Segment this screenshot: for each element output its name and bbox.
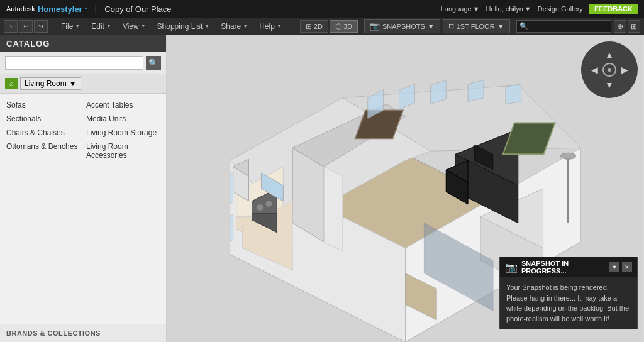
- catalog-item-media[interactable]: Media Units: [86, 113, 160, 125]
- snapshot-camera-icon: 📷: [505, 262, 518, 273]
- snapshots-btn[interactable]: 📷 SNAPSHOTS ▼: [364, 19, 440, 33]
- nav-overlay: ▲ ◀ ▶ ▼: [581, 41, 638, 98]
- top-bar-right: Language ▼ Hello, chilyn ▼ Design Galler…: [441, 4, 638, 14]
- snapshot-close-btn[interactable]: ✕: [622, 262, 632, 272]
- nav-arrows: ▲ ◀ ▶ ▼: [587, 47, 632, 92]
- catalog-item-chairs[interactable]: Chairs & Chaises: [6, 126, 80, 139]
- snapshot-title: SNAPSHOT IN PROGRESS...: [521, 260, 609, 275]
- view-toggle: ⊞ 2D ⬡ 3D: [300, 20, 358, 33]
- zoom-full-btn[interactable]: ⊞: [628, 20, 640, 33]
- logo-area: Autodesk Homestyler *: [6, 4, 87, 14]
- nav-up-btn[interactable]: ▲: [602, 47, 617, 62]
- view-2d-btn[interactable]: ⊞ 2D: [300, 20, 328, 33]
- nav-center-indicator: [602, 63, 616, 77]
- brands-section: BRANDS & COLLECTIONS: [0, 324, 166, 342]
- separator-2: [291, 21, 291, 32]
- search-bar: 🔍: [516, 20, 611, 33]
- catalog-search-area: 🔍: [0, 52, 166, 74]
- nav-right-btn[interactable]: ▶: [617, 62, 632, 77]
- svg-point-14: [257, 204, 263, 211]
- feedback-button[interactable]: FEEDBACK: [589, 4, 638, 14]
- main-layout: CATALOG 🔍 ⌂ Living Room ▼ Sofas Accent T…: [0, 35, 644, 342]
- user-menu[interactable]: Hello, chilyn ▼: [486, 5, 531, 13]
- snapshot-popup: 📷 SNAPSHOT IN PROGRESS... ▼ ✕ Your Snaps…: [499, 256, 638, 329]
- separator-1: [52, 21, 52, 32]
- nav-circle: ▲ ◀ ▶ ▼: [581, 41, 638, 98]
- search-area: 🔍 ⊕ ⊞: [516, 20, 640, 33]
- logo-divider: |: [94, 3, 97, 14]
- catalog-item-accent[interactable]: Accent Tables: [86, 99, 160, 111]
- top-bar: Autodesk Homestyler * | Copy of Our Plac…: [0, 0, 644, 18]
- undo-btn[interactable]: ↩: [19, 20, 33, 33]
- room-dropdown-arrow: ▼: [69, 79, 77, 88]
- catalog-search-button[interactable]: 🔍: [146, 56, 161, 70]
- view-menu[interactable]: View▼: [118, 18, 151, 35]
- catalog-item-sectionals[interactable]: Sectionals: [6, 113, 80, 125]
- catalog-item-storage[interactable]: Living Room Storage: [86, 126, 160, 139]
- nav-empty-tr: [617, 47, 632, 62]
- room-selector: ⌂ Living Room ▼: [0, 74, 166, 94]
- catalog-label: CATALOG: [6, 39, 50, 48]
- snapshot-popup-controls: ▼ ✕: [609, 262, 632, 272]
- svg-marker-39: [324, 167, 343, 251]
- snapshot-popup-header: 📷 SNAPSHOT IN PROGRESS... ▼ ✕: [500, 257, 637, 277]
- brands-label: BRANDS & COLLECTIONS: [6, 329, 101, 337]
- svg-point-37: [560, 153, 575, 159]
- catalog-header: CATALOG: [0, 35, 166, 52]
- camera-icon: 📷: [370, 21, 380, 31]
- snapshot-popup-body: Your Snapshot is being rendered. Please …: [500, 277, 637, 329]
- svg-marker-32: [468, 80, 484, 102]
- sidebar: CATALOG 🔍 ⌂ Living Room ▼ Sofas Accent T…: [0, 35, 167, 342]
- toolbar-search-input[interactable]: [531, 23, 611, 30]
- logo-autodesk: Autodesk: [6, 5, 35, 13]
- nav-down-btn[interactable]: ▼: [602, 77, 617, 92]
- nav-empty-br: [617, 77, 632, 92]
- snapshot-popup-header-left: 📷 SNAPSHOT IN PROGRESS...: [505, 260, 609, 275]
- help-menu[interactable]: Help▼: [254, 18, 287, 35]
- svg-marker-33: [506, 84, 521, 104]
- nav-dot: [608, 68, 611, 72]
- logo-star: *: [85, 6, 87, 12]
- floor-icon: ⊟: [448, 22, 454, 30]
- home-icon-btn[interactable]: ⌂: [4, 20, 18, 33]
- toolbar: ⌂ ↩ ↪ File▼ Edit▼ View▼ Shopping List▼ S…: [0, 18, 644, 35]
- room-home-icon: ⌂: [5, 78, 18, 89]
- catalog-item-sofas[interactable]: Sofas: [6, 99, 80, 111]
- view-3d-btn[interactable]: ⬡ 3D: [330, 20, 358, 33]
- zoom-fit-btn[interactable]: ⊕: [614, 20, 626, 33]
- svg-marker-34: [230, 172, 233, 204]
- shopping-list-menu[interactable]: Shopping List▼: [152, 18, 215, 35]
- floor-select-btn[interactable]: ⊟ 1ST FLOOR ▼: [443, 19, 510, 33]
- room-label: Living Room: [25, 79, 67, 88]
- share-menu[interactable]: Share▼: [216, 18, 253, 35]
- catalog-item-ottomans[interactable]: Ottomans & Benches: [6, 140, 80, 162]
- catalog-item-accessories[interactable]: Living Room Accessories: [86, 140, 160, 162]
- snapshot-minimize-btn[interactable]: ▼: [609, 262, 619, 272]
- catalog-search-input[interactable]: [5, 56, 143, 70]
- search-icon: 🔍: [517, 22, 531, 30]
- top-bar-left: Autodesk Homestyler * | Copy of Our Plac…: [6, 3, 172, 14]
- file-menu[interactable]: File▼: [56, 18, 85, 35]
- nav-empty-tl: [587, 47, 602, 62]
- svg-point-15: [265, 201, 272, 207]
- svg-marker-35: [230, 214, 233, 242]
- redo-btn[interactable]: ↪: [34, 20, 48, 33]
- nav-center-btn[interactable]: [602, 62, 617, 77]
- canvas-area[interactable]: ▲ ◀ ▶ ▼ 📷: [167, 35, 644, 342]
- nav-left-btn[interactable]: ◀: [587, 62, 602, 77]
- edit-menu[interactable]: Edit▼: [86, 18, 116, 35]
- top-controls: 📷 SNAPSHOTS ▼ ⊟ 1ST FLOOR ▼: [364, 19, 510, 33]
- catalog-menu: Sofas Accent Tables Sectionals Media Uni…: [0, 94, 166, 324]
- language-button[interactable]: Language ▼: [441, 5, 480, 13]
- logo-homestyler: Homestyler: [38, 4, 82, 14]
- room-dropdown[interactable]: Living Room ▼: [20, 77, 81, 90]
- design-gallery-link[interactable]: Design Gallery: [538, 5, 583, 13]
- nav-empty-bl: [587, 77, 602, 92]
- project-title: Copy of Our Place: [104, 4, 171, 14]
